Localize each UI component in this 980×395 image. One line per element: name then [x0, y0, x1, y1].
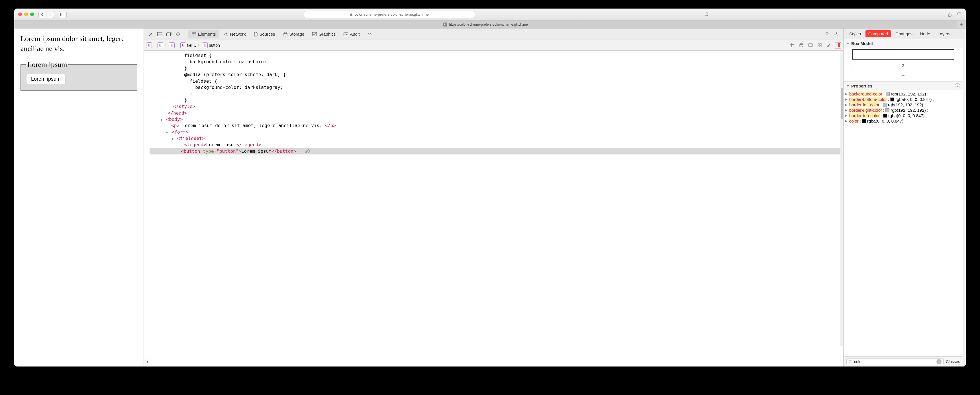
- dom-node-selected[interactable]: <button type="button">Lorem ipsum</butto…: [150, 148, 449, 154]
- rendered-page: Lorem ipsum dolor sit amet, legere ancil…: [14, 29, 144, 198]
- zoom-window-button[interactable]: [30, 13, 34, 16]
- source-line: }: [150, 65, 449, 72]
- tab-storage[interactable]: Storage: [280, 30, 308, 38]
- dom-node[interactable]: </style>: [150, 104, 449, 110]
- source-line: background-color: gainsboro;: [150, 59, 449, 65]
- safari-window: color-scheme-prefers-color-scheme.glitch…: [14, 8, 449, 198]
- favicon: C: [443, 22, 447, 27]
- crumb-label: button: [209, 43, 220, 48]
- traffic-lights: [18, 13, 34, 16]
- dom-node[interactable]: </head>: [150, 110, 449, 116]
- browser-tab[interactable]: C https://color-scheme-prefers-color-sch…: [14, 21, 449, 28]
- tabs-overflow-button[interactable]: [366, 30, 374, 38]
- breadcrumb[interactable]: E〉 E〉 E〉 E fiel… 〉 E button: [146, 43, 220, 48]
- dom-node[interactable]: <legend>Lorem ipsum</legend>: [150, 142, 449, 148]
- source-line: fieldset {: [150, 78, 449, 84]
- svg-point-19: [284, 32, 287, 33]
- sources-icon: [254, 32, 258, 37]
- source-line: }: [150, 91, 449, 97]
- tab-bar: C https://color-scheme-prefers-color-sch…: [14, 21, 449, 29]
- url-text: color-scheme-prefers-color-scheme.glitch…: [355, 12, 429, 16]
- dom-node[interactable]: ▼ <body>: [150, 116, 449, 123]
- tab-storage-label: Storage: [290, 32, 305, 37]
- svg-rect-9: [167, 33, 171, 36]
- dom-breadcrumb-bar: E〉 E〉 E〉 E fiel… 〉 E button: [144, 40, 449, 51]
- tab-audit[interactable]: Audit: [340, 30, 363, 38]
- elements-icon: [192, 32, 196, 36]
- tab-elements-label: Elements: [198, 32, 216, 37]
- network-icon: [224, 32, 229, 37]
- tab-elements[interactable]: Elements: [188, 30, 220, 38]
- url-bar[interactable]: color-scheme-prefers-color-scheme.glitch…: [304, 11, 449, 18]
- close-devtools-button[interactable]: [147, 30, 155, 38]
- dom-node[interactable]: ▼ <fieldset>: [150, 135, 449, 142]
- crumb-tag-icon: E: [158, 43, 163, 48]
- source-line: fieldset {: [150, 53, 449, 59]
- storage-icon: [283, 32, 288, 37]
- source-line: @media (prefers-color-scheme: dark) {: [150, 72, 449, 78]
- titlebar: color-scheme-prefers-color-scheme.glitch…: [14, 8, 449, 21]
- graphics-icon: [312, 32, 317, 36]
- tab-network[interactable]: Network: [221, 30, 249, 38]
- dock-side-button[interactable]: [156, 30, 164, 38]
- source-line: }: [150, 97, 449, 104]
- crumb-label: fiel…: [187, 43, 196, 48]
- page-form: Lorem ipsum Lorem ipsum: [21, 61, 137, 91]
- dom-node[interactable]: <p> Lorem ipsum dolor sit amet, legere a…: [151, 123, 449, 129]
- close-window-button[interactable]: [18, 13, 22, 16]
- lock-icon: [350, 13, 353, 16]
- svg-rect-16: [192, 32, 196, 36]
- tab-graphics[interactable]: Graphics: [309, 30, 339, 38]
- tab-network-label: Network: [230, 32, 246, 37]
- crumb-tag-icon: E: [146, 43, 152, 48]
- page-button[interactable]: Lorem ipsum: [26, 74, 65, 84]
- tab-audit-label: Audit: [350, 32, 360, 37]
- forward-button[interactable]: [46, 11, 54, 18]
- page-legend: Lorem ipsum: [26, 61, 68, 69]
- dom-tree[interactable]: fieldset { background-color: gainsboro; …: [144, 51, 449, 198]
- svg-rect-0: [61, 13, 65, 16]
- devtools-toolbar: Elements Network Sources Storage Graphic…: [144, 29, 449, 40]
- minimize-window-button[interactable]: [24, 13, 28, 16]
- tab-sources[interactable]: Sources: [250, 30, 278, 38]
- source-line: background-color: darkslategray;: [150, 84, 449, 91]
- crumb-tag-icon: E: [169, 43, 175, 48]
- svg-rect-2: [350, 14, 352, 16]
- dom-node[interactable]: ▼ <form>: [150, 129, 449, 135]
- inspect-element-button[interactable]: [174, 30, 182, 38]
- crumb-tag-icon: E: [202, 43, 208, 48]
- page-paragraph: Lorem ipsum dolor sit amet, legere ancil…: [21, 33, 137, 54]
- page-fieldset: Lorem ipsum Lorem ipsum: [21, 61, 137, 91]
- devtools: Elements Network Sources Storage Graphic…: [144, 29, 449, 198]
- show-sidebar-button[interactable]: [59, 11, 67, 18]
- back-button[interactable]: [38, 11, 46, 18]
- dock-window-button[interactable]: [165, 30, 173, 38]
- svg-point-11: [178, 33, 179, 35]
- svg-rect-20: [312, 32, 317, 36]
- tab-graphics-label: Graphics: [318, 32, 336, 37]
- audit-icon: [344, 32, 348, 36]
- crumb-tag-icon: E: [180, 43, 186, 48]
- tab-sources-label: Sources: [259, 32, 275, 37]
